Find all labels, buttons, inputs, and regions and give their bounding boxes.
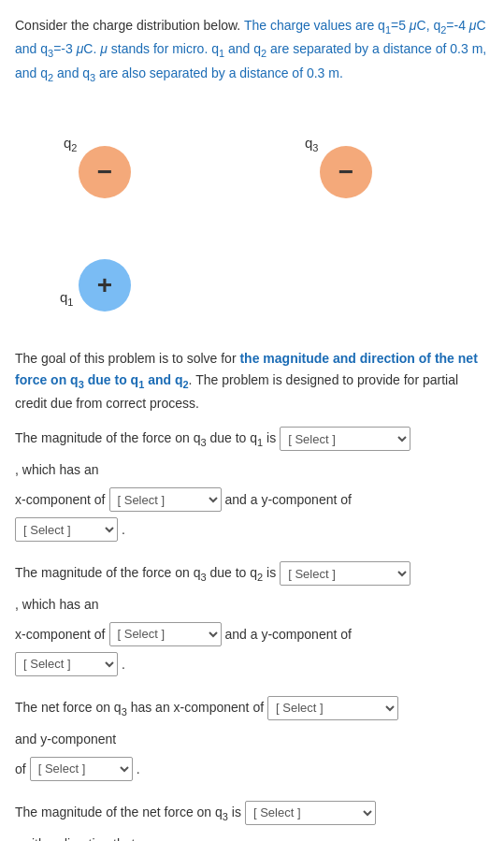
q1-label: q1 (60, 287, 73, 311)
problem-intro: Consider the charge distribution below. … (15, 15, 489, 86)
q1-which-has: , which has an (15, 457, 99, 483)
net-dot: . (137, 756, 140, 782)
q2-force-line3: [ Select ] . (15, 651, 489, 677)
net-xcomp-text: The net force on q3 has an x-component o… (15, 694, 264, 722)
q2-symbol: − (97, 152, 112, 192)
q1-circle: + (79, 259, 131, 312)
net-force-line2: of [ Select ] . (15, 756, 489, 782)
q1-force-line1: The magnitude of the force on q3 due to … (15, 425, 489, 483)
q2-xcomp-label: x-component of (15, 621, 106, 647)
q2-line1-text: The magnitude of the force on q3 due to … (15, 559, 276, 587)
q1-force-line2: x-component of [ Select ] and a y-compon… (15, 486, 489, 513)
q2-dot: . (122, 651, 125, 677)
goal-text: The goal of this problem is to solve for… (15, 348, 489, 413)
magnitude-select[interactable]: [ Select ] (245, 801, 376, 825)
q2-and-y: and a y-component of (225, 621, 352, 647)
q1-symbol: + (97, 266, 112, 305)
q2-force-block: The magnitude of the force on q3 due to … (15, 559, 489, 677)
intro-text: Consider the charge distribution below. (15, 18, 244, 33)
net-force-line1: The net force on q3 has an x-component o… (15, 694, 489, 752)
net-of-label: of (15, 756, 26, 782)
q3-symbol: − (338, 152, 353, 192)
q1-xcomp-label: x-component of (15, 486, 106, 513)
net-ycomp-select[interactable]: [ Select ] (30, 757, 133, 781)
q1-ycomp-select[interactable]: [ Select ] (15, 517, 118, 542)
goal-highlight: the magnitude and direction of the net f… (15, 351, 478, 386)
q2-ycomp-select[interactable]: [ Select ] (15, 652, 118, 676)
net-force-block: The net force on q3 has an x-component o… (15, 694, 489, 782)
magnitude-line1: The magnitude of the net force on q3 is … (15, 799, 489, 841)
q1-and-y: and a y-component of (225, 486, 352, 513)
q2-force-line2: x-component of [ Select ] and a y-compon… (15, 621, 489, 647)
q2-which-has: , which has an (15, 591, 99, 617)
q3-circle: − (320, 146, 372, 198)
q1-xcomp-select[interactable]: [ Select ] (109, 487, 222, 512)
q1-force-block: The magnitude of the force on q3 due to … (15, 425, 489, 543)
net-xcomp-select[interactable]: [ Select ] (267, 696, 398, 720)
q1-line1-text: The magnitude of the force on q3 due to … (15, 425, 276, 453)
q1-force-line3: [ Select ] . (15, 516, 489, 543)
q2-circle: − (79, 146, 131, 198)
charge-diagram: q2 − q3 − q1 + (15, 97, 489, 341)
q2-xcomp-select[interactable]: [ Select ] (109, 622, 222, 646)
q2-label: q2 (64, 133, 77, 156)
q2-magnitude-select[interactable]: [ Select ] (280, 561, 410, 586)
magnitude-block: The magnitude of the net force on q3 is … (15, 799, 489, 841)
q1-dot: . (122, 516, 125, 543)
magnitude-text: The magnitude of the net force on q3 is (15, 799, 241, 827)
magnitude-direction-text: , with a direction that (15, 831, 135, 841)
q1-magnitude-select[interactable]: [ Select ] (280, 427, 410, 451)
q3-label: q3 (305, 133, 318, 156)
net-and-y: and y-component (15, 726, 116, 752)
q2-force-line1: The magnitude of the force on q3 due to … (15, 559, 489, 617)
